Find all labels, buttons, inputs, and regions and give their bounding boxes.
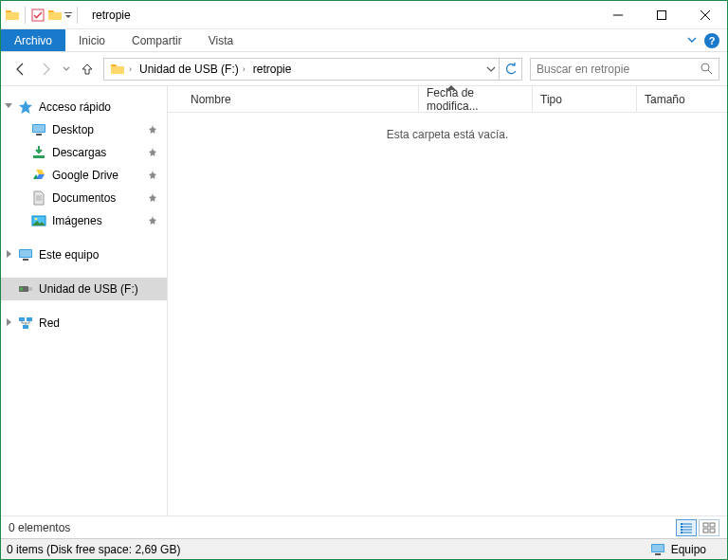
window-controls (596, 1, 727, 28)
pin-icon (148, 125, 157, 135)
ribbon-expand-icon[interactable] (687, 34, 697, 47)
search-placeholder: Buscar en retropie (537, 63, 701, 76)
nav-images[interactable]: Imágenes (1, 209, 167, 232)
nav-label: Google Drive (52, 169, 118, 182)
svg-rect-15 (28, 287, 32, 291)
titlebar: retropie (1, 1, 727, 29)
gdrive-icon (31, 168, 46, 183)
nav-label: Imágenes (52, 214, 102, 227)
column-name[interactable]: Nombre (183, 86, 419, 112)
svg-rect-19 (23, 325, 28, 329)
maximize-button[interactable] (640, 1, 683, 28)
nav-this-pc[interactable]: Este equipo (1, 244, 167, 266)
ribbon-tab-file[interactable]: Archivo (1, 29, 65, 51)
help-icon[interactable]: ? (704, 33, 719, 48)
status-bar: 0 elementos (1, 515, 727, 538)
ribbon-tab-view[interactable]: Vista (195, 29, 246, 51)
status-item-count: 0 elementos (9, 521, 70, 534)
svg-rect-12 (20, 250, 31, 257)
minimize-button[interactable] (596, 1, 640, 28)
monitor-icon (31, 122, 46, 137)
ribbon-tab-share[interactable]: Compartir (118, 29, 195, 51)
nav-label: Este equipo (39, 248, 99, 262)
pin-icon (148, 171, 157, 180)
empty-folder-message: Esta carpeta está vacía. (168, 113, 727, 141)
svg-rect-13 (23, 259, 28, 261)
up-button[interactable] (79, 61, 96, 78)
view-large-icons-button[interactable] (699, 519, 719, 536)
address-bar[interactable]: › Unidad de USB (F:) › retropie (104, 59, 482, 80)
nav-quick-access[interactable]: Acceso rápido (1, 96, 167, 118)
pin-icon (148, 216, 157, 226)
quick-access-toolbar (1, 7, 84, 24)
usb-drive-icon (18, 281, 33, 297)
folder-small-icon (5, 8, 20, 23)
download-icon (31, 145, 46, 160)
search-icon (701, 63, 713, 75)
folder-icon[interactable] (47, 8, 63, 23)
qat-dropdown-icon[interactable] (64, 8, 72, 23)
svg-rect-16 (20, 288, 23, 291)
nav-gdrive[interactable]: Google Drive (1, 164, 167, 187)
document-icon (31, 190, 46, 206)
column-size[interactable]: Tamaño (637, 86, 703, 112)
qat-separator (77, 7, 78, 24)
svg-rect-1 (64, 12, 72, 13)
properties-checkbox-icon[interactable] (30, 8, 46, 23)
nav-label: Acceso rápido (39, 100, 111, 114)
nav-pane: Acceso rápido Desktop Descargas Google D… (1, 86, 168, 515)
nav-network[interactable]: Red (1, 312, 167, 334)
images-icon (31, 213, 46, 228)
nav-documents[interactable]: Documentos (1, 187, 167, 209)
svg-rect-7 (36, 134, 42, 135)
svg-point-10 (35, 218, 38, 221)
svg-rect-23 (710, 529, 715, 533)
footer-left-text: 0 items (Disk free space: 2,69 GB) (7, 543, 180, 556)
svg-rect-21 (710, 523, 715, 527)
monitor-icon (18, 247, 33, 262)
content-pane: Nombre Fecha de modifica... Tipo Tamaño … (168, 86, 727, 515)
navbar: › Unidad de USB (F:) › retropie Buscar e… (1, 52, 727, 86)
nav-label: Descargas (52, 146, 106, 159)
svg-rect-20 (703, 523, 708, 527)
view-details-button[interactable] (676, 519, 697, 536)
breadcrumb-label: Unidad de USB (F:) (139, 63, 239, 76)
forward-button[interactable] (37, 61, 54, 78)
svg-rect-3 (658, 10, 666, 19)
ribbon-tab-home[interactable]: Inicio (65, 29, 118, 51)
svg-rect-25 (652, 545, 664, 551)
body: Acceso rápido Desktop Descargas Google D… (1, 86, 727, 515)
search-input[interactable]: Buscar en retropie (530, 58, 719, 81)
footer-status-bar: 0 items (Disk free space: 2,69 GB) Equip… (1, 538, 727, 559)
svg-rect-6 (33, 125, 45, 132)
ribbon: Archivo Inicio Compartir Vista ? (1, 29, 727, 52)
footer-right-text: Equipo (671, 543, 706, 556)
nav-arrows (9, 61, 100, 78)
address-bar-wrap: › Unidad de USB (F:) › retropie (103, 58, 522, 81)
address-dropdown-icon[interactable] (482, 59, 499, 80)
nav-usb-drive[interactable]: Unidad de USB (F:) (1, 278, 167, 300)
sort-caret-icon (446, 85, 456, 90)
breadcrumb-folder[interactable]: retropie (249, 59, 296, 80)
refresh-button[interactable] (499, 59, 521, 80)
star-icon (18, 99, 33, 115)
column-date[interactable]: Fecha de modifica... (419, 86, 533, 112)
nav-downloads[interactable]: Descargas (1, 141, 167, 164)
breadcrumb-drive[interactable]: Unidad de USB (F:) › (136, 59, 249, 80)
svg-rect-18 (27, 317, 32, 321)
recent-locations-icon[interactable] (62, 65, 71, 73)
column-headers: Nombre Fecha de modifica... Tipo Tamaño (168, 86, 727, 113)
column-type[interactable]: Tipo (533, 86, 637, 112)
svg-rect-26 (655, 553, 661, 555)
ribbon-spacer (246, 29, 687, 51)
svg-rect-17 (19, 317, 25, 321)
nav-label: Red (39, 316, 60, 330)
qat-separator (25, 7, 26, 24)
nav-desktop[interactable]: Desktop (1, 118, 167, 141)
pin-icon (148, 193, 157, 203)
breadcrumb-root[interactable]: › (106, 59, 136, 80)
monitor-icon (650, 542, 665, 557)
back-button[interactable] (12, 61, 29, 78)
pin-icon (148, 148, 157, 157)
close-button[interactable] (683, 1, 727, 28)
